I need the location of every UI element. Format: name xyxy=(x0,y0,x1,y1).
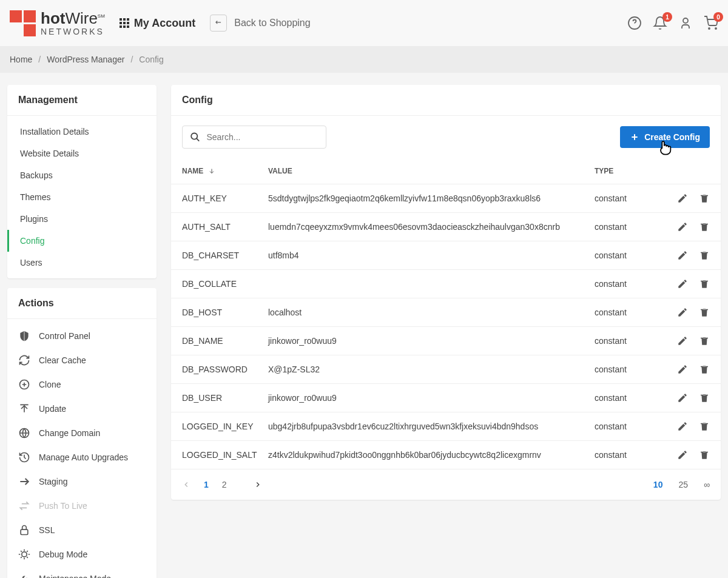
breadcrumb-home[interactable]: Home xyxy=(10,55,32,64)
cart-icon[interactable]: 0 xyxy=(704,16,718,30)
logo-text-1: hot xyxy=(41,9,65,27)
action-label: Push To Live xyxy=(39,501,87,511)
page-next[interactable] xyxy=(254,480,262,489)
delete-button[interactable] xyxy=(699,421,710,432)
delete-button[interactable] xyxy=(699,278,710,289)
page-1[interactable]: 1 xyxy=(204,480,209,489)
logo[interactable]: hotWireSM NETWORKS xyxy=(10,10,105,36)
action-debug-mode[interactable]: Debug Mode xyxy=(7,542,157,566)
sidebar-item-plugins[interactable]: Plugins xyxy=(7,208,157,230)
back-to-shopping[interactable]: Back to Shopping xyxy=(210,15,310,32)
create-config-label: Create Config xyxy=(644,132,700,142)
edit-button[interactable] xyxy=(677,307,688,318)
cell-value: X@1pZ-SL32 xyxy=(268,365,595,374)
delete-button[interactable] xyxy=(699,221,710,232)
action-control-panel[interactable]: Control Panel xyxy=(7,324,157,348)
action-label: Control Panel xyxy=(39,331,90,341)
search-box[interactable] xyxy=(182,126,326,149)
page-2[interactable]: 2 xyxy=(222,480,227,489)
notification-badge: 1 xyxy=(662,12,672,22)
col-name-header[interactable]: NAME xyxy=(182,167,268,175)
trash-icon xyxy=(699,193,710,204)
page-size-∞[interactable]: ∞ xyxy=(704,480,710,489)
user-icon[interactable] xyxy=(678,16,693,30)
notifications-icon[interactable]: 1 xyxy=(653,16,667,30)
page-prev[interactable] xyxy=(182,480,190,489)
delete-button[interactable] xyxy=(699,335,710,346)
config-card: Config Create Config NAME xyxy=(171,85,721,500)
breadcrumb-manager[interactable]: WordPress Manager xyxy=(47,55,124,64)
trash-icon xyxy=(699,421,710,432)
action-label: Manage Auto Upgrades xyxy=(39,452,128,462)
pencil-icon xyxy=(677,221,688,232)
action-manage-auto-upgrades[interactable]: Manage Auto Upgrades xyxy=(7,445,157,469)
action-clone[interactable]: Clone xyxy=(7,372,157,397)
action-maintenance-mode[interactable]: Maintenance Mode xyxy=(7,566,157,578)
back-label: Back to Shopping xyxy=(234,18,310,29)
delete-button[interactable] xyxy=(699,364,710,375)
action-label: Maintenance Mode xyxy=(39,574,111,578)
refresh-icon xyxy=(18,354,30,366)
edit-button[interactable] xyxy=(677,250,688,261)
sidebar-item-users[interactable]: Users xyxy=(7,252,157,274)
sidebar-item-themes[interactable]: Themes xyxy=(7,186,157,208)
edit-button[interactable] xyxy=(677,392,688,403)
col-type-header[interactable]: TYPE xyxy=(595,167,661,175)
edit-button[interactable] xyxy=(677,364,688,375)
page-size-25[interactable]: 25 xyxy=(678,480,688,489)
delete-button[interactable] xyxy=(699,392,710,403)
cell-value: jinkowor_ro0wuu9 xyxy=(268,393,595,403)
edit-button[interactable] xyxy=(677,449,688,460)
delete-button[interactable] xyxy=(699,250,710,261)
table-row: LOGGED_IN_SALTz4tkv2ldukpwihud7pkidt3oo0… xyxy=(171,441,721,469)
svg-point-1 xyxy=(683,18,688,23)
breadcrumb-sep: / xyxy=(130,55,133,64)
delete-button[interactable] xyxy=(699,307,710,318)
my-account-link[interactable]: My Account xyxy=(120,17,195,30)
help-icon[interactable] xyxy=(627,16,642,30)
table-header: NAME VALUE TYPE xyxy=(171,158,721,184)
plus-icon xyxy=(630,132,639,142)
pagination: 12 1025∞ xyxy=(171,469,721,500)
sidebar-item-backups[interactable]: Backups xyxy=(7,164,157,186)
action-ssl[interactable]: SSL xyxy=(7,518,157,542)
trash-icon xyxy=(699,449,710,460)
delete-button[interactable] xyxy=(699,193,710,204)
cell-type: constant xyxy=(595,422,661,431)
delete-button[interactable] xyxy=(699,449,710,460)
edit-button[interactable] xyxy=(677,193,688,204)
cell-value: luemdn7cqeeyxzmx9vmvk4mees06esovm3daocie… xyxy=(268,222,595,232)
svg-point-3 xyxy=(715,28,716,29)
cell-value: localhost xyxy=(268,307,595,317)
edit-button[interactable] xyxy=(677,335,688,346)
sidebar-item-config[interactable]: Config xyxy=(7,230,157,252)
edit-button[interactable] xyxy=(677,278,688,289)
pencil-icon xyxy=(677,250,688,261)
cell-name: DB_CHARSET xyxy=(182,250,268,260)
plus-circle-icon xyxy=(18,378,30,391)
action-staging[interactable]: Staging xyxy=(7,469,157,494)
trash-icon xyxy=(699,392,710,403)
svg-point-11 xyxy=(191,133,197,139)
edit-button[interactable] xyxy=(677,221,688,232)
search-icon xyxy=(190,131,200,143)
grid-icon xyxy=(120,18,129,28)
action-update[interactable]: Update xyxy=(7,397,157,421)
col-value-header[interactable]: VALUE xyxy=(268,167,595,175)
page-size-10[interactable]: 10 xyxy=(653,480,663,489)
search-input[interactable] xyxy=(206,132,318,142)
cell-type: constant xyxy=(595,279,661,289)
cell-name: LOGGED_IN_SALT xyxy=(182,450,268,460)
edit-button[interactable] xyxy=(677,421,688,432)
action-change-domain[interactable]: Change Domain xyxy=(7,421,157,445)
svg-rect-6 xyxy=(21,529,28,534)
table-row: AUTH_SALTluemdn7cqeeyxzmx9vmvk4mees06eso… xyxy=(171,213,721,241)
sidebar-item-installation-details[interactable]: Installation Details xyxy=(7,121,157,143)
cell-type: constant xyxy=(595,450,661,460)
table-row: DB_NAMEjinkowor_ro0wuu9constant xyxy=(171,327,721,355)
table-row: LOGGED_IN_KEYubg42jrb8ufpupa3vsbdr1ev6cu… xyxy=(171,412,721,441)
sidebar-item-website-details[interactable]: Website Details xyxy=(7,143,157,164)
table-row: DB_CHARSETutf8mb4constant xyxy=(171,241,721,270)
create-config-button[interactable]: Create Config xyxy=(620,126,710,148)
action-clear-cache[interactable]: Clear Cache xyxy=(7,348,157,372)
